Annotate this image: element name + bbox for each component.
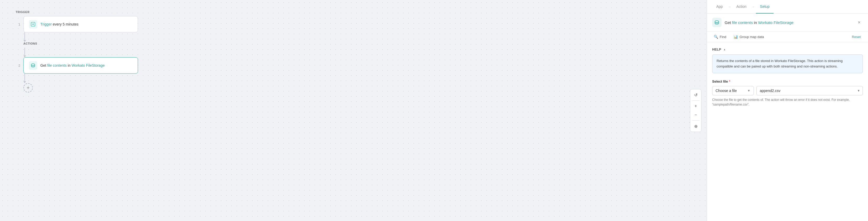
form-section: Select file * Choose a file ▼ append2.cs… — [712, 80, 863, 107]
step-2-text: Get file contents in Workato FileStorage — [40, 63, 104, 67]
select-file-label: Select file * — [712, 80, 863, 83]
panel-app-icon — [712, 18, 721, 27]
connector-line-2 — [25, 48, 25, 56]
step-2-number: 2 — [16, 63, 20, 67]
step-1-number: 1 — [16, 22, 20, 26]
reset-view-button[interactable]: ↺ — [692, 91, 700, 99]
svg-point-1 — [31, 63, 35, 65]
connector-2 — [23, 48, 26, 57]
file-type-dropdown[interactable]: Choose a file ▼ — [712, 86, 754, 95]
fit-view-button[interactable]: ⊕ — [692, 122, 700, 130]
add-step-icon: + — [27, 85, 30, 91]
file-contents-link[interactable]: file contents — [47, 63, 67, 67]
help-chevron-icon: ▲ — [723, 48, 726, 51]
panel-tab-bar: App → Action → Setup — [707, 0, 868, 13]
svg-point-2 — [715, 21, 719, 22]
trigger-label: TRIGGER — [16, 10, 30, 13]
flow-container: TRIGGER 1 Trigger every 5 minutes — [16, 10, 138, 92]
help-section: HELP ▲ Returns the contents of a file st… — [712, 48, 863, 73]
connector-arrow-3 — [23, 81, 26, 83]
zoom-in-button[interactable]: + — [692, 102, 700, 110]
required-star: * — [729, 80, 731, 83]
plus-icon: + — [694, 104, 697, 108]
field-hint: Choose the file to get the contents of. … — [712, 98, 863, 107]
group-map-button[interactable]: 📊 Group map data — [732, 34, 766, 40]
tab-app[interactable]: App — [712, 0, 727, 13]
toolbar-divider-2 — [692, 120, 700, 121]
step-1-row: 1 Trigger every 5 minutes — [16, 16, 138, 32]
find-button[interactable]: 🔍 Find — [712, 34, 728, 40]
file-select-row: Choose a file ▼ append2.csv ▼ — [712, 86, 863, 95]
toolbar-divider-1 — [692, 100, 700, 101]
trigger-icon — [29, 20, 37, 28]
crosshair-icon: ⊕ — [694, 124, 698, 129]
filestorage-icon — [29, 61, 37, 70]
panel-body: HELP ▲ Returns the contents of a file st… — [707, 42, 868, 221]
step-1-card[interactable]: Trigger every 5 minutes — [23, 16, 138, 32]
connector-3 — [23, 74, 26, 83]
panel-file-contents-link[interactable]: file contents — [732, 20, 753, 25]
minus-icon: − — [694, 113, 697, 117]
tab-setup[interactable]: Setup — [756, 0, 774, 13]
tab-action[interactable]: Action — [732, 0, 751, 13]
connector-arrow-1 — [23, 40, 26, 42]
help-header[interactable]: HELP ▲ — [712, 48, 863, 51]
canvas-area: TRIGGER 1 Trigger every 5 minutes — [0, 0, 707, 221]
panel-workato-link[interactable]: Workato FileStorage — [758, 20, 793, 25]
group-map-icon: 📊 — [734, 35, 738, 39]
connector-line-3 — [25, 74, 25, 81]
find-icon: 🔍 — [714, 35, 718, 39]
right-panel: App → Action → Setup Get file contents i… — [707, 0, 868, 221]
tab-arrow-2: → — [752, 5, 755, 8]
step-1-text: Trigger every 5 minutes — [40, 22, 79, 26]
reset-button[interactable]: Reset — [850, 34, 863, 40]
workato-filestorage-link[interactable]: Workato FileStorage — [71, 63, 104, 67]
connector-arrow-2 — [23, 56, 26, 57]
file-input-container: append2.csv ▼ — [756, 86, 863, 95]
step-2-card[interactable]: Get file contents in Workato FileStorage — [23, 57, 138, 74]
help-box: Returns the contents of a file stored in… — [712, 54, 863, 73]
close-icon: × — [858, 20, 861, 25]
connector-line-1 — [25, 32, 25, 40]
connector-1 — [23, 32, 26, 42]
close-panel-button[interactable]: × — [856, 19, 863, 26]
step-2-row: 2 Get file contents in Workato FileStora… — [16, 57, 138, 74]
dropdown-chevron-icon: ▼ — [747, 89, 750, 92]
trigger-link[interactable]: Trigger — [40, 22, 52, 26]
tab-arrow-1: → — [728, 5, 731, 8]
panel-title: Get file contents in Workato FileStorage — [725, 20, 852, 25]
add-step-button[interactable]: + — [23, 83, 33, 92]
reset-icon: ↺ — [694, 92, 698, 98]
file-chevron-icon: ▼ — [857, 89, 860, 92]
actions-label: ACTIONS — [23, 42, 37, 45]
zoom-out-button[interactable]: − — [692, 111, 700, 119]
file-name-dropdown[interactable]: append2.csv ▼ — [756, 86, 863, 95]
panel-title-bar: Get file contents in Workato FileStorage… — [707, 13, 868, 31]
canvas-toolbar: ↺ + − ⊕ — [690, 89, 702, 132]
panel-toolbar: 🔍 Find 📊 Group map data Reset — [707, 31, 868, 42]
